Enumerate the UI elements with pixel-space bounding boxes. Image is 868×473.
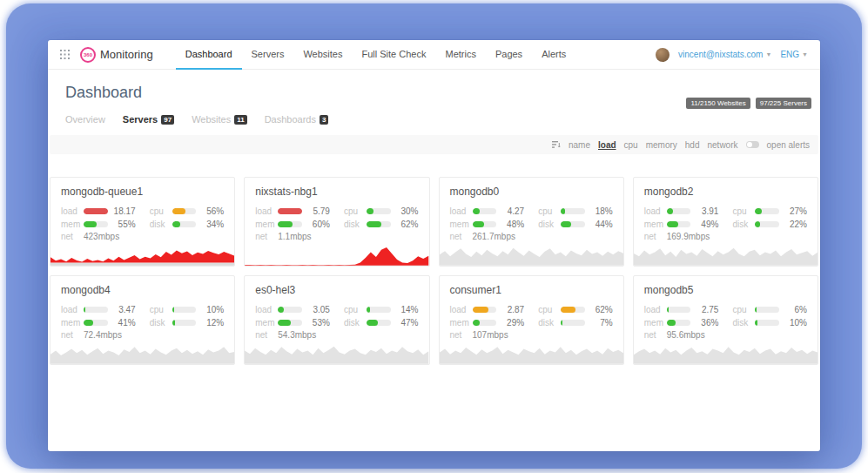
mem-bar (278, 320, 302, 326)
language-selector[interactable]: ENG ▼ (780, 50, 808, 59)
cpu-metric: cpu 14% (344, 304, 419, 314)
nav-pages[interactable]: Pages (486, 40, 532, 70)
net-value: 169.9mbps (667, 232, 710, 241)
disk-bar (561, 320, 585, 326)
disk-metric: disk 7% (538, 317, 613, 328)
mem-label: mem (450, 318, 473, 328)
server-name[interactable]: mongodb0 (450, 186, 613, 198)
mem-label: mem (61, 318, 84, 328)
disk-label: disk (150, 318, 172, 328)
mem-label: mem (450, 220, 473, 229)
server-name[interactable]: mongodb5 (644, 284, 807, 296)
load-label: load (255, 206, 278, 216)
load-label: load (450, 206, 473, 216)
cpu-bar (367, 307, 391, 313)
load-metric: load 5.79 (255, 206, 330, 216)
server-metrics: load 2.75 cpu 6% mem 36% disk 10% (644, 304, 807, 328)
cpu-label: cpu (344, 305, 367, 314)
load-bar (667, 307, 691, 313)
tab-servers[interactable]: Servers 97 (123, 114, 174, 125)
net-label: net (644, 232, 667, 241)
server-name[interactable]: mongodb-queue1 (61, 186, 224, 198)
nav-right: vincent@nixstats.com ▼ ENG ▼ (656, 48, 808, 62)
load-value: 3.91 (690, 206, 718, 216)
server-card[interactable]: mongodb4 load 3.47 cpu 10% mem 41% disk … (50, 275, 235, 365)
server-card[interactable]: consumer1 load 2.87 cpu 62% mem 29% disk… (439, 275, 624, 365)
sparkline-chart (634, 340, 818, 364)
disk-label: disk (538, 220, 561, 229)
tab-dashboards[interactable]: Dashboards 3 (265, 114, 329, 125)
sort-by-load[interactable]: load (598, 140, 616, 150)
mem-bar (667, 221, 691, 227)
load-label: load (450, 305, 473, 314)
disk-value: 10% (779, 318, 807, 328)
user-menu[interactable]: vincent@nixstats.com ▼ (678, 50, 771, 59)
sort-by-hdd[interactable]: hdd (685, 140, 700, 150)
avatar[interactable] (656, 48, 670, 62)
cpu-value: 10% (196, 305, 224, 314)
mem-bar (667, 320, 691, 326)
page-header: Dashboard 11/2150 Websites 97/225 Server… (48, 70, 820, 102)
disk-bar (755, 221, 779, 227)
server-card[interactable]: mongodb5 load 2.75 cpu 6% mem 36% disk 1… (633, 275, 818, 365)
disk-bar (367, 221, 391, 227)
nav-alerts[interactable]: Alerts (532, 40, 575, 70)
load-value: 2.75 (690, 305, 718, 314)
load-value: 5.79 (302, 206, 330, 216)
server-card[interactable]: nixstats-nbg1 load 5.79 cpu 30% mem 60% … (244, 177, 429, 267)
net-label: net (61, 330, 84, 340)
server-card[interactable]: mongodb-queue1 load 18.17 cpu 56% mem 55… (50, 177, 235, 267)
net-value: 72.4mbps (84, 330, 122, 340)
net-label: net (255, 232, 278, 241)
server-metrics: load 3.47 cpu 10% mem 41% disk 12% (61, 304, 224, 328)
cpu-label: cpu (538, 206, 561, 216)
server-card[interactable]: mongodb2 load 3.91 cpu 27% mem 49% disk … (633, 177, 818, 267)
cpu-value: 62% (585, 305, 613, 314)
disk-metric: disk 22% (732, 219, 807, 229)
nav-full-site-check[interactable]: Full Site Check (352, 40, 435, 70)
mem-bar (473, 320, 497, 326)
server-name[interactable]: mongodb4 (61, 284, 224, 296)
server-card[interactable]: es0-hel3 load 3.05 cpu 14% mem 53% disk … (244, 275, 429, 365)
open-alerts-toggle[interactable] (746, 141, 759, 148)
mem-label: mem (644, 318, 667, 328)
mem-metric: mem 55% (61, 219, 136, 229)
tab-websites[interactable]: Websites 11 (192, 114, 247, 125)
sort-by-name[interactable]: name (569, 140, 590, 150)
cpu-value: 18% (585, 206, 613, 216)
server-card[interactable]: mongodb0 load 4.27 cpu 18% mem 48% disk … (439, 177, 624, 267)
load-bar (84, 307, 108, 313)
tab-overview[interactable]: Overview (65, 114, 105, 125)
load-bar (84, 208, 108, 214)
mem-value: 36% (690, 318, 718, 328)
sort-by-cpu[interactable]: cpu (624, 140, 638, 150)
nav-websites[interactable]: Websites (293, 40, 352, 70)
mem-metric: mem 49% (644, 219, 719, 229)
server-name[interactable]: consumer1 (450, 284, 613, 296)
net-value: 261.7mbps (473, 232, 515, 241)
net-value: 95.6mbps (667, 330, 705, 340)
load-label: load (255, 305, 278, 314)
open-alerts-label[interactable]: open alerts (767, 140, 810, 150)
cpu-label: cpu (732, 305, 755, 314)
app-grid-icon[interactable] (60, 50, 70, 59)
brand-logo[interactable]: 360 Monitoring (80, 47, 153, 63)
tab-overview-label: Overview (65, 114, 105, 125)
sort-by-memory[interactable]: memory (646, 140, 677, 150)
load-metric: load 2.75 (644, 304, 719, 314)
server-metrics: load 4.27 cpu 18% mem 48% disk 44% (450, 206, 613, 229)
nav-metrics[interactable]: Metrics (435, 40, 485, 70)
server-name[interactable]: nixstats-nbg1 (255, 186, 418, 198)
sort-by-network[interactable]: network (708, 140, 738, 150)
server-cards-grid: mongodb-queue1 load 18.17 cpu 56% mem 55… (50, 177, 818, 365)
server-name[interactable]: es0-hel3 (255, 284, 418, 296)
server-name[interactable]: mongodb2 (644, 186, 807, 198)
disk-value: 34% (196, 220, 224, 229)
mem-value: 55% (108, 220, 136, 229)
load-metric: load 18.17 (61, 206, 136, 216)
nav-servers[interactable]: Servers (242, 40, 294, 70)
server-metrics: load 3.91 cpu 27% mem 49% disk 22% (644, 206, 807, 229)
cpu-value: 30% (391, 206, 419, 216)
mem-metric: mem 60% (255, 219, 330, 229)
nav-dashboard[interactable]: Dashboard (176, 40, 242, 70)
